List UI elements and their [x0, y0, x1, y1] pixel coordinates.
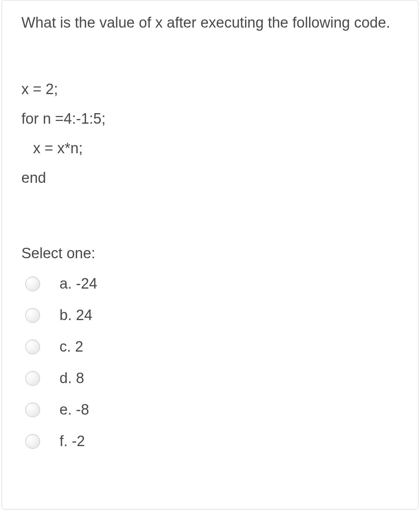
- code-line-2: for n =4:-1:5;: [21, 104, 399, 133]
- option-c[interactable]: c. 2: [25, 338, 399, 355]
- question-text: What is the value of x after executing t…: [21, 12, 399, 33]
- radio-button-icon[interactable]: [25, 308, 40, 323]
- option-label: c. 2: [60, 338, 83, 355]
- option-d[interactable]: d. 8: [25, 370, 399, 387]
- option-label: a. -24: [60, 275, 97, 292]
- code-block: x = 2; for n =4:-1:5; x = x*n; end: [21, 74, 399, 193]
- code-line-1: x = 2;: [21, 74, 399, 104]
- question-container: What is the value of x after executing t…: [2, 0, 418, 509]
- option-label: f. -2: [60, 433, 85, 450]
- option-b[interactable]: b. 24: [25, 307, 399, 324]
- radio-button-icon[interactable]: [25, 434, 40, 449]
- radio-button-icon[interactable]: [25, 340, 40, 354]
- option-label: e. -8: [60, 401, 89, 418]
- select-prompt: Select one:: [21, 245, 399, 262]
- radio-button-icon[interactable]: [25, 403, 40, 417]
- options-list: a. -24 b. 24 c. 2 d. 8 e. -8 f. -2: [21, 275, 399, 450]
- option-label: d. 8: [60, 370, 84, 387]
- option-f[interactable]: f. -2: [25, 433, 399, 450]
- option-label: b. 24: [60, 307, 93, 324]
- radio-button-icon[interactable]: [25, 371, 40, 386]
- option-a[interactable]: a. -24: [25, 275, 399, 292]
- option-e[interactable]: e. -8: [25, 401, 399, 418]
- radio-button-icon[interactable]: [25, 277, 40, 291]
- code-line-4: end: [21, 163, 399, 193]
- code-line-3: x = x*n;: [21, 133, 399, 163]
